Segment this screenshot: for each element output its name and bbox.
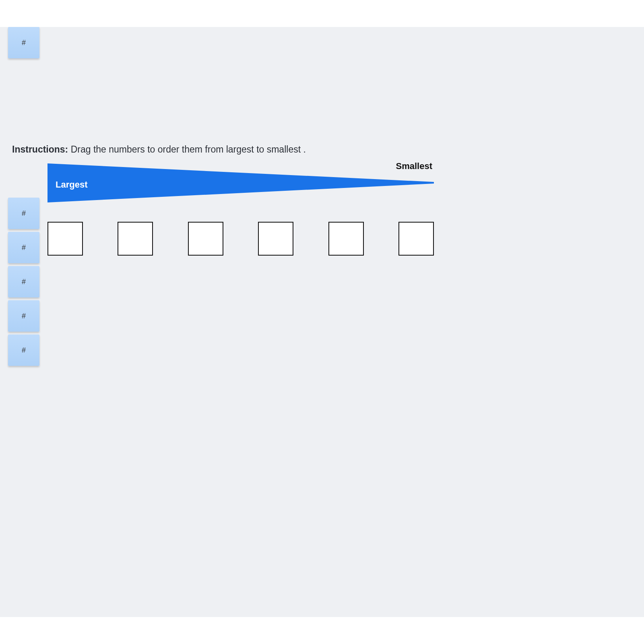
activity-panel: Instructions: Drag the numbers to order … xyxy=(0,27,644,617)
wedge-icon xyxy=(47,163,434,202)
number-tile[interactable]: # xyxy=(8,198,39,229)
drop-slot[interactable] xyxy=(258,222,293,256)
drop-slot[interactable] xyxy=(47,222,83,256)
scale-label-largest: Largest xyxy=(56,180,87,190)
scale-label-smallest: Smallest xyxy=(396,161,433,171)
svg-marker-0 xyxy=(47,163,434,202)
number-tile[interactable]: # xyxy=(8,334,39,366)
tile-label: # xyxy=(22,346,26,355)
drop-slot[interactable] xyxy=(188,222,223,256)
drop-row xyxy=(47,222,434,256)
tile-label: # xyxy=(22,209,26,218)
instructions-text: Drag the numbers to order them from larg… xyxy=(71,144,306,155)
tile-label: # xyxy=(22,312,26,320)
number-tile[interactable]: # xyxy=(8,232,39,263)
number-tile[interactable]: # xyxy=(8,300,39,332)
drop-slot[interactable] xyxy=(328,222,364,256)
instructions-line: Instructions: Drag the numbers to order … xyxy=(12,144,306,156)
tile-label: # xyxy=(22,39,26,47)
scale-banner: Largest Smallest xyxy=(47,163,434,202)
drop-slot[interactable] xyxy=(118,222,153,256)
instructions-label: Instructions: xyxy=(12,144,68,155)
drop-slot[interactable] xyxy=(398,222,434,256)
number-tile[interactable]: # xyxy=(8,27,39,58)
number-tile[interactable]: # xyxy=(8,266,39,297)
tile-label: # xyxy=(22,244,26,252)
tile-label: # xyxy=(22,278,26,286)
